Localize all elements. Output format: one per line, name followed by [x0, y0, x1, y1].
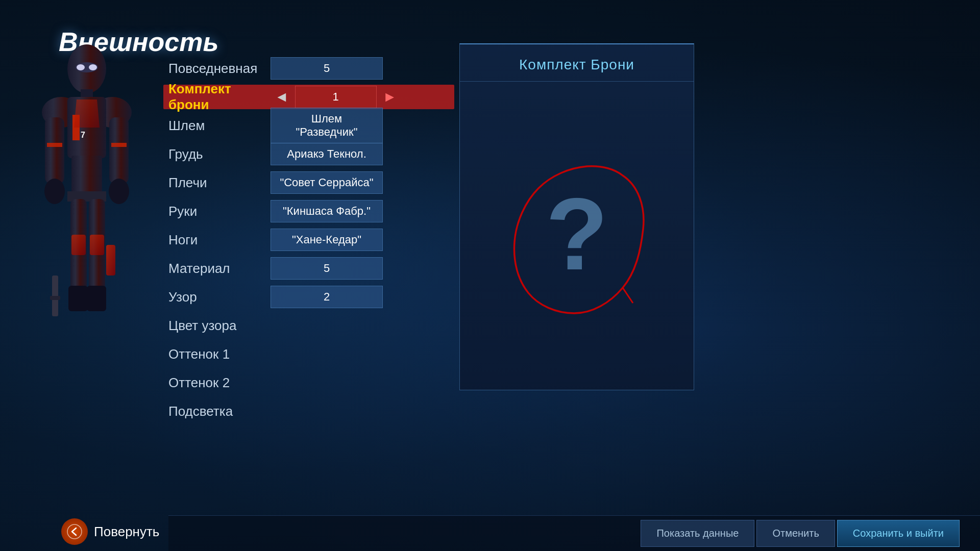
armor-set-value: 1 [295, 86, 377, 108]
option-row-tint2: Оттенок 2 [168, 370, 454, 395]
right-panel-title: Комплект Брони [460, 44, 694, 82]
svg-rect-27 [106, 245, 115, 276]
value-helmet: Шлем "Разведчик" [271, 108, 454, 143]
value-box-material[interactable]: 5 [271, 257, 383, 280]
option-row-glow: Подсветка [168, 399, 454, 423]
value-box-everyday[interactable]: 5 [271, 57, 383, 80]
svg-rect-21 [71, 235, 86, 255]
question-container: ? [500, 145, 653, 323]
svg-rect-23 [68, 286, 88, 311]
right-panel-content: ? [460, 82, 694, 386]
svg-rect-13 [47, 143, 62, 147]
svg-rect-22 [90, 235, 104, 255]
svg-point-3 [89, 64, 97, 70]
label-glow: Подсветка [168, 404, 271, 419]
option-row-pattern-color: Цвет узора [168, 313, 454, 338]
label-pattern-color: Цвет узора [168, 318, 271, 334]
svg-point-16 [109, 179, 129, 204]
label-shoulders: Плечи [168, 175, 271, 191]
value-pattern: 2 [271, 286, 454, 308]
value-armor-set: ◄ 1 ► [271, 86, 454, 108]
value-box-legs[interactable]: "Хане-Кедар" [271, 229, 383, 251]
value-box-shoulders[interactable]: "Совет Серрайса" [271, 171, 383, 194]
value-box-chest[interactable]: Ариакэ Текнол. [271, 143, 383, 165]
value-shoulders: "Совет Серрайса" [271, 171, 454, 194]
label-legs: Ноги [168, 232, 271, 248]
label-material: Материал [168, 261, 271, 277]
armor-set-prev-btn[interactable]: ◄ [271, 89, 293, 105]
svg-rect-24 [87, 286, 106, 311]
show-data-button[interactable]: Показать данные [641, 520, 754, 547]
label-everyday: Повседневная [168, 61, 271, 77]
label-armor-set: Комплект брони [168, 81, 271, 113]
value-material: 5 [271, 257, 454, 280]
option-row-tint1: Оттенок 1 [168, 342, 454, 366]
value-box-pattern[interactable]: 2 [271, 286, 383, 308]
main-options-panel: Повседневная 5 Комплект брони ◄ 1 ► Шлем… [168, 56, 454, 428]
back-button[interactable]: Повернуть [61, 518, 159, 545]
svg-rect-17 [71, 156, 102, 196]
value-legs: "Хане-Кедар" [271, 229, 454, 251]
svg-point-28 [67, 524, 82, 539]
option-row-arms: Руки "Киншаса Фабр." [168, 199, 454, 223]
value-box-arms[interactable]: "Киншаса Фабр." [271, 200, 383, 222]
option-row-pattern: Узор 2 [168, 285, 454, 309]
svg-rect-11 [45, 117, 64, 184]
cancel-button[interactable]: Отменить [756, 520, 835, 547]
label-arms: Руки [168, 204, 271, 219]
character-area: 7 [0, 0, 174, 551]
back-label: Повернуть [94, 524, 159, 540]
back-icon [61, 518, 88, 545]
bottom-bar: Показать данные Отменить Сохранить и вый… [168, 515, 980, 551]
hand-drawn-circle [500, 145, 653, 323]
svg-point-15 [44, 179, 65, 204]
svg-marker-10 [74, 99, 100, 128]
label-tint1: Оттенок 1 [168, 346, 271, 362]
svg-rect-26 [50, 296, 60, 300]
option-row-helmet: Шлем Шлем "Разведчик" [168, 113, 454, 138]
label-tint2: Оттенок 2 [168, 375, 271, 391]
option-row-shoulders: Плечи "Совет Серрайса" [168, 170, 454, 195]
label-helmet: Шлем [168, 118, 271, 134]
svg-rect-14 [111, 143, 127, 147]
option-row-everyday: Повседневная 5 [168, 56, 454, 81]
label-chest: Грудь [168, 146, 271, 162]
save-button[interactable]: Сохранить и выйти [837, 520, 960, 547]
label-pattern: Узор [168, 289, 271, 305]
option-row-legs: Ноги "Хане-Кедар" [168, 228, 454, 252]
right-panel: Комплект Брони ? [459, 43, 694, 390]
option-row-material: Материал 5 [168, 256, 454, 281]
svg-point-2 [77, 64, 85, 70]
armor-set-next-btn[interactable]: ► [379, 89, 401, 105]
svg-text:7: 7 [81, 131, 85, 139]
option-row-chest: Грудь Ариакэ Текнол. [168, 142, 454, 166]
value-everyday: 5 [271, 57, 454, 80]
option-row-armor-set[interactable]: Комплект брони ◄ 1 ► [163, 85, 454, 109]
value-arms: "Киншаса Фабр." [271, 200, 454, 222]
svg-rect-12 [109, 117, 129, 184]
value-box-helmet[interactable]: Шлем "Разведчик" [271, 108, 383, 143]
value-chest: Ариакэ Текнол. [271, 143, 454, 165]
